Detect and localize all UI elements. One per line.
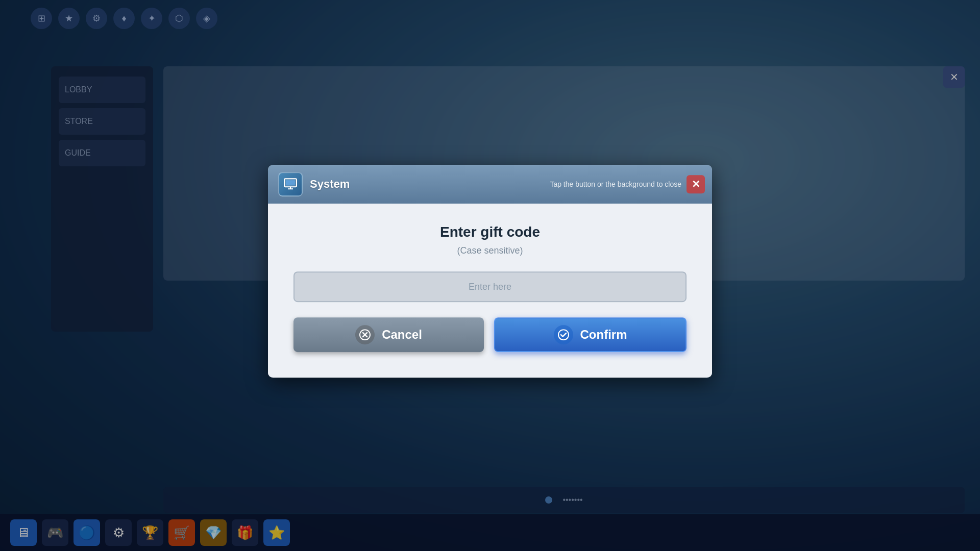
modal-buttons: Cancel Confirm [293,317,687,352]
modal-header: System Tap the button or the background … [268,165,712,204]
modal-close-button[interactable]: ✕ [687,175,705,193]
modal-title: System [310,178,350,191]
confirm-button-label: Confirm [580,328,627,342]
confirm-button[interactable]: Confirm [494,317,687,352]
gift-code-modal: System Tap the button or the background … [268,165,712,378]
modal-heading: Enter gift code [293,224,687,240]
cancel-icon [355,325,375,344]
modal-subheading: (Case sensitive) [293,245,687,256]
svg-point-7 [558,330,569,340]
gift-code-input[interactable] [293,271,687,302]
cancel-button[interactable]: Cancel [293,317,484,352]
confirm-icon [554,325,573,344]
modal-header-hint: Tap the button or the background to clos… [550,180,681,188]
svg-rect-3 [286,180,295,185]
cancel-button-label: Cancel [382,328,422,342]
modal-header-icon [278,172,303,196]
modal-body: Enter gift code (Case sensitive) Cancel [268,204,712,378]
